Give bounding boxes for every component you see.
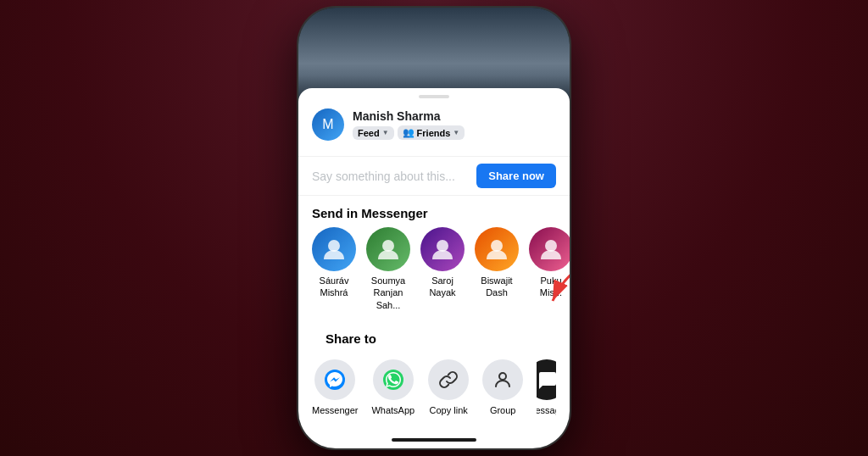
user-info: Manish Sharma Feed ▼ 👥 Friends ▼ xyxy=(353,109,465,140)
contact-name-1: SáurávMishrá xyxy=(320,275,349,299)
contact-avatar-img-1 xyxy=(312,227,356,271)
avatar-initial: M xyxy=(322,117,333,132)
share-now-button[interactable]: Share now xyxy=(476,164,556,188)
contact-avatar-4 xyxy=(475,227,519,271)
feed-label: Feed xyxy=(358,128,380,138)
messenger-label: Messenger xyxy=(312,405,358,415)
whatsapp-label: WhatsApp xyxy=(371,405,415,415)
contact-name-4: BiswajitDash xyxy=(481,275,512,299)
share-option-message[interactable]: Message xyxy=(537,359,556,415)
home-bar xyxy=(392,438,476,442)
share-to-title: Share to xyxy=(312,321,556,353)
messenger-section-title: Send in Messenger xyxy=(298,196,570,227)
user-row: M Manish Sharma Feed ▼ 👥 Friends ▼ xyxy=(312,108,556,141)
post-placeholder[interactable]: Say something about this... xyxy=(312,170,455,183)
contact-name-2: SoumyaRanjan Sah... xyxy=(366,275,410,311)
contact-item-2[interactable]: SoumyaRanjan Sah... xyxy=(366,227,410,311)
contact-item-3[interactable]: Saroj Nayak xyxy=(420,227,465,311)
copy-link-label: Copy link xyxy=(430,405,468,415)
bottom-sheet: M Manish Sharma Feed ▼ 👥 Friends ▼ xyxy=(298,88,570,448)
user-section: M Manish Sharma Feed ▼ 👥 Friends ▼ xyxy=(298,102,570,157)
phone-top-image xyxy=(298,8,570,101)
sheet-handle xyxy=(419,95,449,98)
contact-avatar-img-5 xyxy=(529,227,570,271)
sheet-handle-area xyxy=(298,88,570,102)
contact-avatar-img-3 xyxy=(420,227,465,271)
share-option-group[interactable]: Group xyxy=(482,359,523,415)
svg-point-2 xyxy=(437,240,448,252)
phone-frame: M Manish Sharma Feed ▼ 👥 Friends ▼ xyxy=(298,8,570,448)
svg-point-1 xyxy=(382,240,394,252)
svg-point-3 xyxy=(491,240,503,252)
contact-name-5: Puku Mis... xyxy=(529,275,570,299)
contact-avatar-1 xyxy=(312,227,356,271)
copy-link-icon xyxy=(428,359,469,400)
contact-item-5[interactable]: Puku Mis... xyxy=(529,227,570,311)
share-option-copy-link[interactable]: Copy link xyxy=(428,359,469,415)
contact-avatar-5 xyxy=(529,227,570,271)
friends-tag-button[interactable]: 👥 Friends ▼ xyxy=(398,125,465,140)
contact-avatar-3 xyxy=(420,227,465,271)
contact-name-3: Saroj Nayak xyxy=(420,275,465,299)
group-icon xyxy=(482,359,523,400)
friends-chevron-icon: ▼ xyxy=(453,129,459,136)
messenger-section: Send in Messenger SáurávMishrá xyxy=(298,196,570,321)
friends-icon: 👥 xyxy=(403,127,415,138)
contact-avatar-2 xyxy=(366,227,410,271)
avatar: M xyxy=(312,108,344,141)
svg-point-7 xyxy=(499,373,506,380)
feed-tag-button[interactable]: Feed ▼ xyxy=(353,126,394,140)
share-option-whatsapp[interactable]: WhatsApp xyxy=(371,359,415,415)
group-label: Group xyxy=(490,405,516,415)
friends-label: Friends xyxy=(417,128,451,138)
user-tags: Feed ▼ 👥 Friends ▼ xyxy=(353,125,465,140)
svg-point-4 xyxy=(545,240,557,252)
message-label: Message xyxy=(537,405,556,415)
share-to-section: Share to Messenger xyxy=(298,321,570,422)
share-options: Messenger WhatsApp xyxy=(312,353,556,422)
post-input-area: Say something about this... Share now xyxy=(298,157,570,196)
contact-avatar-img-4 xyxy=(475,227,519,271)
contact-avatar-img-2 xyxy=(366,227,410,271)
contact-item[interactable]: SáurávMishrá xyxy=(312,227,356,311)
svg-point-0 xyxy=(328,240,340,252)
whatsapp-icon xyxy=(373,359,414,400)
message-icon xyxy=(537,359,556,400)
messenger-icon xyxy=(314,359,355,400)
messenger-contacts: SáurávMishrá SoumyaRanjan Sah... xyxy=(298,227,570,321)
feed-chevron-icon: ▼ xyxy=(382,129,389,136)
contact-item-4[interactable]: BiswajitDash xyxy=(475,227,519,311)
user-name: Manish Sharma xyxy=(353,109,465,123)
share-option-messenger[interactable]: Messenger xyxy=(312,359,358,415)
